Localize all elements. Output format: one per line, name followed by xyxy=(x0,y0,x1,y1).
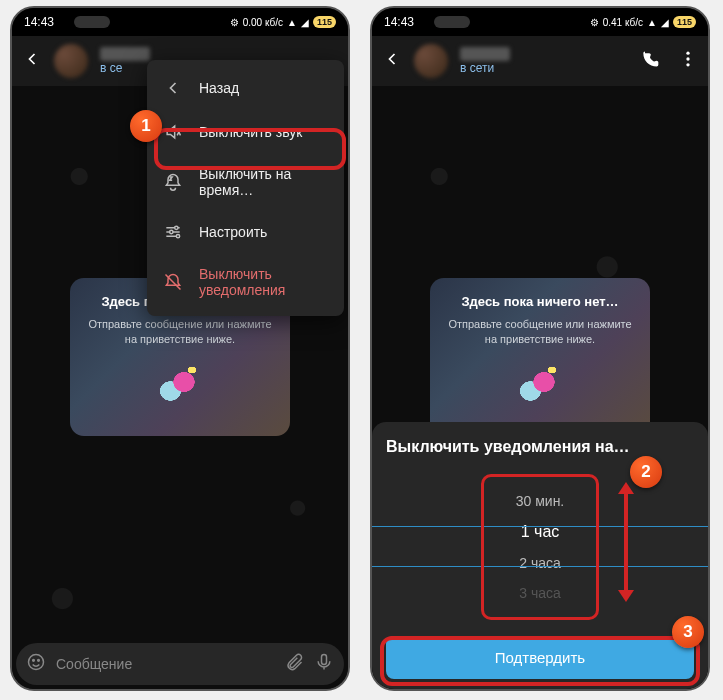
camera-punchhole xyxy=(74,16,110,28)
greeting-sticker[interactable] xyxy=(500,358,580,418)
arrow-left-icon xyxy=(163,78,183,98)
confirm-label: Подтвердить xyxy=(495,649,585,666)
mic-icon[interactable] xyxy=(314,652,334,676)
bell-snooze-icon xyxy=(163,172,183,192)
status-time: 14:43 xyxy=(384,15,414,29)
bell-off-icon xyxy=(163,272,183,292)
empty-state-card[interactable]: Здесь пока ничего нет… Отправьте сообщен… xyxy=(430,278,650,436)
phone-right: 14:43 ⚙ 0.41 кб/с ▲ ◢ 115 в сети xyxy=(370,6,710,691)
camera-punchhole xyxy=(434,16,470,28)
menu-mute-sound[interactable]: Выключить звук xyxy=(147,110,344,154)
contact-name-blurred xyxy=(460,47,510,61)
notifications-dropdown: Назад Выключить звук Выключить на время…… xyxy=(147,60,344,316)
signal-icon: ◢ xyxy=(301,17,309,28)
menu-mute-for-time[interactable]: Выключить на время… xyxy=(147,154,344,210)
status-icons: ⚙ 0.00 кб/с ▲ ◢ 115 xyxy=(230,16,336,28)
chat-header: в сети xyxy=(372,36,708,86)
svg-point-2 xyxy=(176,235,179,238)
more-icon[interactable] xyxy=(678,49,698,73)
wifi-icon: ▲ xyxy=(647,17,657,28)
net-speed: 0.41 кб/с xyxy=(603,17,643,28)
highlight-2-box xyxy=(481,474,599,620)
speaker-off-icon xyxy=(163,122,183,142)
compose-input[interactable]: Сообщение xyxy=(56,656,274,672)
bluetooth-icon: ⚙ xyxy=(230,17,239,28)
attach-icon[interactable] xyxy=(284,652,304,676)
empty-subtitle: Отправьте сообщение или нажмите на приве… xyxy=(442,317,638,348)
sliders-icon xyxy=(163,222,183,242)
empty-title: Здесь пока ничего нет… xyxy=(442,294,638,309)
svg-point-3 xyxy=(29,655,44,670)
menu-back-label: Назад xyxy=(199,80,239,96)
phone-left: 14:43 ⚙ 0.00 кб/с ▲ ◢ 115 в се Здесь xyxy=(10,6,350,691)
compose-bar: Сообщение xyxy=(16,643,344,685)
contact-name-blurred xyxy=(100,47,150,61)
back-icon[interactable] xyxy=(382,49,402,73)
battery-indicator: 115 xyxy=(673,16,696,28)
status-bar: 14:43 ⚙ 0.41 кб/с ▲ ◢ 115 xyxy=(372,8,708,36)
menu-mute-time-label: Выключить на время… xyxy=(199,166,328,198)
svg-point-0 xyxy=(175,226,178,229)
duration-picker[interactable]: 30 мин. 1 час 2 часа 3 часа xyxy=(386,472,694,622)
svg-rect-6 xyxy=(322,655,327,665)
menu-disable-label: Выключить уведомления xyxy=(199,266,328,298)
menu-configure[interactable]: Настроить xyxy=(147,210,344,254)
menu-mute-label: Выключить звук xyxy=(199,124,302,140)
greeting-sticker[interactable] xyxy=(140,358,220,418)
confirm-button[interactable]: Подтвердить xyxy=(386,636,694,679)
status-icons: ⚙ 0.41 кб/с ▲ ◢ 115 xyxy=(590,16,696,28)
back-icon[interactable] xyxy=(22,49,42,73)
avatar[interactable] xyxy=(54,44,88,78)
svg-point-7 xyxy=(686,52,689,55)
status-bar: 14:43 ⚙ 0.00 кб/с ▲ ◢ 115 xyxy=(12,8,348,36)
header-titles[interactable]: в сети xyxy=(460,47,510,75)
call-icon[interactable] xyxy=(640,49,660,73)
net-speed: 0.00 кб/с xyxy=(243,17,283,28)
emoji-icon[interactable] xyxy=(26,652,46,676)
scroll-arrow xyxy=(624,492,628,592)
sheet-title: Выключить уведомления на… xyxy=(386,438,694,456)
annotation-marker-3: 3 xyxy=(672,616,704,648)
annotation-marker-2: 2 xyxy=(630,456,662,488)
wifi-icon: ▲ xyxy=(287,17,297,28)
bluetooth-icon: ⚙ xyxy=(590,17,599,28)
status-time: 14:43 xyxy=(24,15,54,29)
svg-point-8 xyxy=(686,57,689,60)
empty-subtitle: Отправьте сообщение или нажмите на приве… xyxy=(82,317,278,348)
online-status: в сети xyxy=(460,61,510,75)
annotation-marker-1: 1 xyxy=(130,110,162,142)
menu-back[interactable]: Назад xyxy=(147,66,344,110)
menu-configure-label: Настроить xyxy=(199,224,267,240)
svg-point-1 xyxy=(170,230,173,233)
svg-point-5 xyxy=(38,660,40,662)
menu-disable-notifications[interactable]: Выключить уведомления xyxy=(147,254,344,310)
header-titles[interactable]: в се xyxy=(100,47,150,75)
svg-point-9 xyxy=(686,63,689,66)
battery-indicator: 115 xyxy=(313,16,336,28)
signal-icon: ◢ xyxy=(661,17,669,28)
svg-point-4 xyxy=(33,660,35,662)
avatar[interactable] xyxy=(414,44,448,78)
online-status: в се xyxy=(100,61,150,75)
